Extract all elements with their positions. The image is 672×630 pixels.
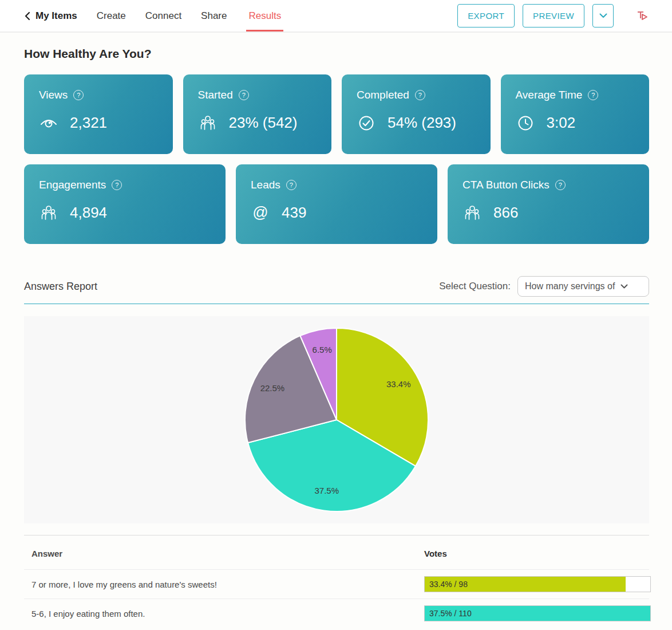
select-question-label: Select Question: [439, 281, 511, 292]
stat-label-row: Views ? [39, 89, 158, 101]
top-nav: My Items Create Connect Share Results EX… [0, 0, 672, 33]
stat-value-row: 23% (542) [198, 114, 317, 132]
stat-card-views: Views ? 2,321 [24, 74, 173, 154]
stat-label: CTA Button Clicks [463, 179, 550, 191]
nav-actions: EXPORT PREVIEW [457, 0, 649, 32]
stat-value: 54% (293) [388, 114, 456, 132]
stat-label: Views [39, 89, 68, 101]
tab-share[interactable]: Share [201, 0, 227, 32]
stat-label-row: Engagements ? [39, 179, 211, 191]
vote-bar-label: 37.5% / 110 [425, 606, 650, 621]
check-circle-icon [357, 115, 376, 131]
chevron-down-icon [599, 13, 607, 18]
answer-text: 7 or more, I love my greens and nature's… [31, 580, 424, 589]
question-circle-icon[interactable]: ? [588, 90, 598, 100]
stat-value-row: 3:02 [516, 114, 635, 132]
chevron-left-icon [24, 11, 30, 21]
stat-card-engagements: Engagements ? 4,894 [24, 164, 226, 244]
people-group-icon [198, 115, 218, 131]
question-select-group: Select Question: How many servings of [439, 276, 649, 297]
stat-label: Started [198, 89, 233, 101]
stat-value: 23% (542) [229, 114, 298, 132]
vote-bar-label: 33.4% / 98 [425, 577, 650, 592]
stat-label: Leads [251, 179, 280, 191]
pie-slice-label: 6.5% [313, 345, 332, 355]
stat-value: 4,894 [70, 204, 107, 222]
stat-value: 2,321 [70, 114, 107, 132]
pie-slice-label: 37.5% [315, 486, 339, 495]
page-title: How Healthy Are You? [24, 47, 648, 61]
pie-chart[interactable]: 33.4%37.5%22.5%6.5% [240, 324, 433, 516]
answer-text: 5-6, I enjoy eating them often. [31, 609, 424, 619]
stat-card-started: Started ? 23% (542) [183, 74, 332, 154]
stat-value-row: 866 [463, 204, 634, 222]
stat-label: Completed [357, 89, 409, 101]
more-actions-button[interactable] [592, 4, 614, 27]
column-header-votes: Votes [424, 549, 649, 558]
column-header-answer: Answer [31, 549, 424, 558]
stat-card-leads: Leads ? @ 439 [236, 164, 437, 244]
stat-card-cta-clicks: CTA Button Clicks ? 866 [448, 164, 649, 244]
stat-value: 866 [493, 204, 518, 222]
question-circle-icon[interactable]: ? [415, 90, 425, 100]
stat-label-row: Leads ? [251, 179, 422, 191]
selected-question: How many servings of [525, 281, 615, 292]
vote-bar-track: 33.4% / 98 [424, 576, 651, 592]
question-circle-icon[interactable]: ? [286, 180, 297, 190]
export-button[interactable]: EXPORT [457, 4, 515, 27]
question-circle-icon[interactable]: ? [112, 180, 122, 190]
stat-card-completed: Completed ? 54% (293) [342, 74, 491, 154]
stat-value: 3:02 [547, 114, 576, 132]
tab-results[interactable]: Results [246, 0, 283, 32]
at-sign-icon: @ [251, 205, 270, 220]
vote-bar-track: 37.5% / 110 [424, 605, 651, 621]
question-circle-icon[interactable]: ? [239, 90, 249, 100]
stat-value-row: @ 439 [251, 204, 422, 222]
people-group-icon [39, 205, 58, 221]
stats-row-2: Engagements ? 4,894 Leads ? @ [24, 164, 649, 244]
stat-label-row: Average Time ? [516, 89, 635, 101]
table-header-row: Answer Votes [24, 536, 649, 569]
answers-report-title: Answers Report [24, 281, 97, 293]
stat-value-row: 2,321 [39, 114, 158, 132]
section-divider [24, 304, 649, 304]
stat-label-row: Completed ? [357, 89, 476, 101]
answers-report-header: Answers Report Select Question: How many… [24, 276, 649, 297]
table-row: 7 or more, I love my greens and nature's… [24, 569, 649, 598]
back-to-my-items[interactable]: My Items [24, 0, 77, 32]
clock-icon [516, 115, 535, 131]
question-circle-icon[interactable]: ? [555, 180, 566, 190]
pie-slice-label: 22.5% [260, 383, 285, 393]
votes-table: Answer Votes 7 or more, I love my greens… [24, 535, 649, 628]
table-row: 5-6, I enjoy eating them often. 37.5% / … [24, 598, 649, 628]
nav-tabs: Create Connect Share Results [77, 0, 283, 32]
chevron-down-icon [620, 284, 628, 289]
preview-button[interactable]: PREVIEW [523, 4, 584, 27]
votes-cell: 33.4% / 98 [424, 576, 651, 592]
stat-label: Average Time [516, 89, 583, 101]
stat-value-row: 54% (293) [357, 114, 476, 132]
answers-chart-panel: 33.4%37.5%22.5%6.5% [24, 316, 649, 523]
brand-logo-icon [635, 10, 649, 22]
tab-create[interactable]: Create [97, 0, 126, 32]
pie-slice-label: 33.4% [386, 379, 411, 389]
stat-value: 439 [282, 204, 306, 222]
stat-label: Engagements [39, 179, 106, 191]
stat-value-row: 4,894 [39, 204, 211, 222]
tab-connect[interactable]: Connect [145, 0, 181, 32]
stat-card-average-time: Average Time ? 3:02 [501, 74, 650, 154]
question-circle-icon[interactable]: ? [73, 90, 84, 100]
people-group-icon [463, 205, 482, 221]
back-label: My Items [35, 10, 77, 22]
question-select-dropdown[interactable]: How many servings of [517, 276, 649, 297]
eye-icon [39, 117, 58, 129]
stats-row-1: Views ? 2,321 Started ? [24, 74, 649, 154]
votes-cell: 37.5% / 110 [424, 605, 651, 621]
stat-label-row: CTA Button Clicks ? [463, 179, 634, 191]
stat-label-row: Started ? [198, 89, 317, 101]
